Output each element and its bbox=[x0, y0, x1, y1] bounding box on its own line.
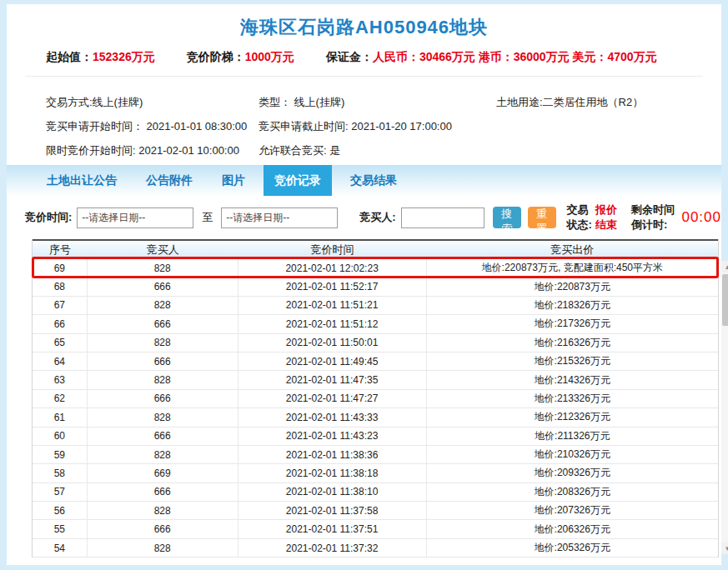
arrow-down-icon: ▼ bbox=[725, 545, 728, 552]
info-row: 交易方式:线上(挂牌) 类型： 线上(挂牌) 土地用途:二类居住用地（R2） bbox=[46, 90, 721, 114]
search-button[interactable]: 搜索 bbox=[493, 207, 521, 228]
table-row: 60 666 2021-02-01 11:43:23 地价:211326万元 bbox=[33, 428, 718, 446]
bid-time-label: 竞价时间: bbox=[25, 210, 72, 225]
scroll-down-button[interactable]: ▼ bbox=[721, 542, 728, 554]
countdown-label: 剩余时间倒计时: bbox=[631, 202, 680, 232]
cell-bidder: 666 bbox=[88, 483, 238, 501]
table-row: 63 828 2021-02-01 11:47:35 地价:214326万元 bbox=[33, 371, 718, 389]
cell-bid: 地价:216326万元 bbox=[427, 334, 718, 352]
page-title: 海珠区石岗路AH050946地块 bbox=[240, 15, 488, 40]
start-price: 起始值：152326万元 bbox=[46, 50, 155, 65]
cell-time: 2021-02-01 11:37:51 bbox=[238, 520, 427, 538]
cell-bid: 地价:210326万元 bbox=[427, 446, 718, 463]
content-panel: 海珠区石岗路AH050946地块 起始值：152326万元 竞价阶梯：1000万… bbox=[7, 4, 721, 565]
table-row: 57 666 2021-02-01 11:38:10 地价:208326万元 bbox=[33, 483, 718, 502]
bid-step-value: 1000万元 bbox=[245, 50, 294, 63]
filter-bar: 竞价时间: 至 竞买人: 搜索 重置 交易状态: 报价结束 剩余时间倒计时: 0… bbox=[7, 196, 721, 239]
date-to-input[interactable] bbox=[221, 208, 338, 228]
table-row: 56 828 2021-02-01 11:37:58 地价:207326万元 bbox=[33, 502, 718, 520]
cell-no: 63 bbox=[33, 371, 88, 388]
apply-end-time: 竞买申请截止时间: 2021-01-20 17:00:00 bbox=[259, 114, 496, 138]
table-row: 68 666 2021-02-01 11:52:17 地价:220873万元 bbox=[33, 278, 718, 296]
bidder-input[interactable] bbox=[401, 208, 484, 228]
cell-bidder: 828 bbox=[88, 408, 238, 426]
cell-time: 2021-02-01 11:38:36 bbox=[238, 446, 427, 463]
cell-no: 67 bbox=[33, 297, 88, 314]
bidder-label: 竞买人: bbox=[359, 210, 395, 225]
cell-no: 58 bbox=[33, 464, 88, 482]
info-row: 竞买申请开始时间： 2021-01-01 08:30:00 竞买申请截止时间: … bbox=[46, 114, 721, 138]
cell-bidder: 828 bbox=[88, 297, 238, 314]
cell-bidder: 666 bbox=[88, 315, 238, 332]
reset-button[interactable]: 重置 bbox=[528, 207, 556, 228]
cell-bid: 地价:214326万元 bbox=[427, 371, 718, 388]
page-header: 海珠区石岗路AH050946地块 bbox=[7, 4, 721, 50]
cell-time: 2021-02-01 11:47:27 bbox=[238, 390, 427, 408]
table-row: 65 828 2021-02-01 11:50:01 地价:216326万元 bbox=[33, 334, 718, 352]
info-row: 限时竞价开始时间: 2021-02-01 10:00:00 允许联合竞买: 是 bbox=[46, 138, 721, 162]
cell-bidder: 669 bbox=[88, 464, 238, 482]
table-row: 58 669 2021-02-01 11:38:18 地价:209326万元 bbox=[33, 464, 718, 482]
header-bidder: 竞买人 bbox=[88, 242, 238, 258]
tab[interactable]: 土地出让公告 bbox=[36, 165, 128, 196]
tab[interactable]: 竞价记录 bbox=[264, 165, 332, 196]
table-row: 55 666 2021-02-01 11:37:51 地价:206326万元 bbox=[33, 520, 718, 538]
cell-time: 2021-02-01 11:38:10 bbox=[238, 483, 427, 501]
start-price-label: 起始值： bbox=[46, 50, 93, 63]
scrollbar-thumb[interactable] bbox=[722, 274, 728, 326]
cell-bid: 地价:220873万元, 竞配建面积:450平方米 bbox=[427, 259, 718, 277]
cell-no: 65 bbox=[33, 334, 88, 352]
info-spacer bbox=[496, 114, 721, 138]
table-row: 61 828 2021-02-01 11:43:33 地价:212326万元 bbox=[33, 408, 718, 427]
bid-start-time: 限时竞价开始时间: 2021-02-01 10:00:00 bbox=[46, 138, 259, 162]
date-from-input[interactable] bbox=[77, 208, 193, 228]
cell-bidder: 666 bbox=[88, 428, 238, 445]
tab[interactable]: 公告附件 bbox=[135, 165, 203, 196]
trade-status-value: 报价结束 bbox=[595, 202, 622, 232]
cell-bid: 地价:208326万元 bbox=[427, 483, 718, 501]
table-scrollbar[interactable]: ▲ ▼ bbox=[721, 261, 728, 554]
cell-no: 69 bbox=[33, 259, 88, 277]
scrollbar-track[interactable] bbox=[721, 272, 728, 542]
cell-bidder: 666 bbox=[88, 278, 238, 295]
cell-bidder: 828 bbox=[88, 502, 238, 519]
scroll-up-button[interactable]: ▲ bbox=[721, 261, 728, 272]
cell-bidder: 666 bbox=[88, 352, 238, 370]
countdown-value: 00:00 bbox=[681, 209, 721, 226]
cell-time: 2021-02-01 11:43:33 bbox=[238, 408, 427, 426]
cell-time: 2021-02-01 11:51:21 bbox=[238, 297, 427, 314]
cell-no: 56 bbox=[33, 502, 88, 519]
table: 序号 竞买人 竞价时间 竞买出价 69 828 2021-02-01 12:02… bbox=[32, 239, 719, 558]
cell-bid: 地价:220873万元 bbox=[427, 278, 718, 295]
cell-no: 61 bbox=[33, 408, 88, 426]
cell-time: 2021-02-01 11:43:23 bbox=[238, 428, 427, 445]
apply-start-time: 竞买申请开始时间： 2021-01-01 08:30:00 bbox=[46, 114, 259, 138]
cell-bid: 地价:213326万元 bbox=[427, 390, 718, 408]
cell-bidder: 828 bbox=[88, 259, 238, 277]
cell-time: 2021-02-01 11:37:32 bbox=[238, 539, 427, 557]
bid-step-label: 竞价阶梯： bbox=[187, 50, 245, 63]
deposit-label: 保证金： bbox=[326, 50, 373, 63]
cell-bidder: 666 bbox=[88, 520, 238, 538]
arrow-up-icon: ▲ bbox=[725, 263, 728, 271]
deposit-value: 人民币：30466万元 港币：36000万元 美元：4700万元 bbox=[373, 50, 657, 63]
cell-time: 2021-02-01 12:02:23 bbox=[238, 259, 427, 277]
info-spacer bbox=[496, 138, 721, 162]
tab-bar: 土地出让公告公告附件图片竞价记录交易结果 bbox=[7, 165, 721, 196]
cell-bid: 地价:206326万元 bbox=[427, 520, 718, 538]
tab[interactable]: 图片 bbox=[211, 165, 256, 196]
cell-bid: 地价:205326万元 bbox=[427, 539, 718, 557]
cell-no: 54 bbox=[33, 539, 88, 557]
cell-time: 2021-02-01 11:49:45 bbox=[238, 352, 427, 370]
cell-bid: 地价:218326万元 bbox=[427, 297, 718, 314]
cell-time: 2021-02-01 11:38:18 bbox=[238, 464, 427, 482]
cell-bid: 地价:211326万元 bbox=[427, 428, 718, 445]
header-bid: 竞买出价 bbox=[427, 242, 718, 258]
tab[interactable]: 交易结果 bbox=[339, 165, 408, 196]
cell-no: 62 bbox=[33, 390, 88, 408]
start-price-value: 152326万元 bbox=[93, 50, 155, 63]
cell-no: 66 bbox=[33, 315, 88, 332]
cell-bid: 地价:217326万元 bbox=[427, 315, 718, 332]
cell-time: 2021-02-01 11:37:58 bbox=[238, 502, 427, 519]
trade-method: 交易方式:线上(挂牌) bbox=[46, 90, 259, 114]
